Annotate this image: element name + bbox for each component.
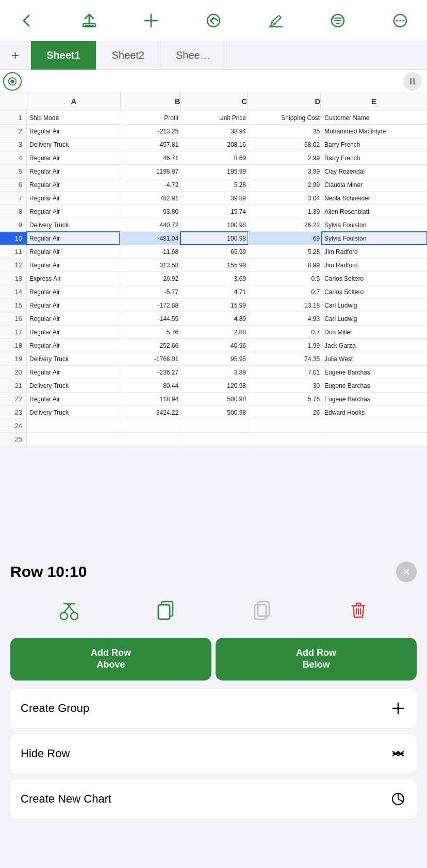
cell-a[interactable]: Regular Air [27,205,120,218]
annotate-button[interactable] [265,9,287,32]
cell-c[interactable]: 15.99 [180,299,248,312]
paste-button[interactable] [247,594,277,625]
cell-b[interactable] [120,419,181,432]
cell-c[interactable]: Unit Price [180,111,248,124]
cell-a[interactable] [27,419,120,432]
table-row[interactable]: 11 Regular Air -11.68 65.99 5.28 Jim Rad… [0,245,427,259]
cell-b[interactable]: 93.80 [120,205,181,218]
cell-c[interactable]: 500.98 [180,393,248,405]
cell-d[interactable]: 8.99 [248,259,322,271]
cell-a[interactable]: Regular Air [27,285,120,298]
table-row[interactable]: 21 Delivery Truck 80.44 120.98 30 Eugene… [0,379,427,393]
delete-button[interactable] [343,594,374,625]
cell-d[interactable] [248,419,322,432]
cell-d[interactable]: 74.35 [248,352,322,365]
cell-b[interactable]: -4.72 [120,178,181,191]
cut-button[interactable] [54,594,85,625]
cell-d[interactable]: 13.18 [248,299,322,312]
cell-c[interactable]: 155.99 [180,259,248,271]
close-panel-button[interactable] [396,561,417,582]
cell-a[interactable]: Express Air [27,272,120,285]
cell-d[interactable] [248,433,322,446]
cell-b[interactable]: 80.44 [120,379,181,392]
create-new-chart-item[interactable]: Create New Chart [10,779,417,819]
cell-e[interactable]: Barry French [322,151,427,164]
share-button[interactable] [78,9,101,32]
cell-d[interactable]: 3.04 [248,192,322,205]
cell-d[interactable]: 2.99 [248,151,322,164]
back-button[interactable] [15,9,38,32]
cell-b[interactable]: 3424.22 [120,406,181,419]
cell-d[interactable]: 0.7 [248,326,322,338]
cell-e[interactable] [322,433,427,446]
hide-row-item[interactable]: Hide Row [10,734,417,773]
cell-d[interactable]: 3.99 [248,165,322,178]
cell-c[interactable]: 500.98 [180,406,248,419]
cell-e[interactable]: Carl Ludwig [322,299,427,312]
cell-a[interactable]: Regular Air [27,178,120,191]
cell-d[interactable]: 69 [248,232,322,245]
cell-b[interactable]: 26.92 [120,272,181,285]
cell-a[interactable]: Regular Air [27,192,120,205]
cell-d[interactable]: 26 [248,406,322,419]
table-row[interactable]: 14 Regular Air -5.77 4.71 0.7 Carlos Sol… [0,285,427,299]
cell-b[interactable]: -481.04 [120,232,181,245]
col-header-d[interactable]: D [247,92,320,111]
cell-a[interactable]: Regular Air [27,259,120,271]
cell-c[interactable]: 3.69 [180,272,248,285]
cell-b[interactable]: 440.72 [120,218,181,231]
table-row[interactable]: 25 [0,433,427,446]
cell-e[interactable]: Barry French [322,138,427,151]
cell-c[interactable]: 100.98 [180,232,248,245]
col-header-b[interactable]: B [120,92,180,111]
cell-e[interactable]: Sylvia Foulston [322,218,427,231]
cell-d[interactable]: 0.5 [248,272,322,285]
cell-b[interactable]: Profit [120,111,181,124]
cell-b[interactable] [120,433,181,446]
table-row[interactable]: 8 Regular Air 93.80 15.74 1.39 Allen Ros… [0,205,427,218]
more-button[interactable] [389,9,412,32]
cell-d[interactable]: 68.02 [248,138,322,151]
sheet-tab-sheet3[interactable]: Shee… [160,41,226,70]
cell-a[interactable]: Delivery Truck [27,352,120,365]
cell-e[interactable]: Allen Rosenblatt [322,205,427,218]
cell-e[interactable]: Jim Radford [322,245,427,258]
cell-a[interactable]: Regular Air [27,151,120,164]
table-row[interactable]: 17 Regular Air 5.76 2.88 0.7 Don Miller [0,326,427,339]
cell-d[interactable]: 4.93 [248,312,322,325]
table-row[interactable]: 9 Delivery Truck 440.72 100.98 26.22 Syl… [0,218,427,232]
table-row[interactable]: 10 Regular Air -481.04 100.98 69 Sylvia … [0,232,427,245]
cell-e[interactable]: Sylvia Foulston [322,232,427,245]
table-row[interactable]: 1 Ship Mode Profit Unit Price Shipping C… [0,111,427,125]
add-row-above-button[interactable]: Add Row Above [10,638,211,680]
cell-c[interactable]: 5.28 [180,178,248,191]
cell-a[interactable]: Regular Air [27,326,120,338]
cell-a[interactable]: Delivery Truck [27,138,120,151]
table-row[interactable]: 15 Regular Air -172.88 15.99 13.18 Carl … [0,299,427,312]
table-row[interactable]: 3 Delivery Truck 457.81 208.16 68.02 Bar… [0,138,427,151]
copy-button[interactable] [150,594,181,625]
cell-c[interactable]: 39.89 [180,192,248,205]
cell-d[interactable]: 5.28 [248,245,322,258]
cell-e[interactable]: Edward Hooks [322,406,427,419]
cell-c[interactable]: 95.95 [180,352,248,365]
cell-d[interactable]: 2.99 [248,178,322,191]
cell-b[interactable]: 46.71 [120,151,181,164]
cell-b[interactable]: 252.66 [120,339,181,352]
cell-a[interactable]: Regular Air [27,232,120,245]
filter-button[interactable] [326,9,349,32]
row-select-button[interactable] [3,72,22,91]
cell-a[interactable]: Delivery Truck [27,218,120,231]
cell-a[interactable]: Ship Mode [27,111,120,124]
cell-e[interactable]: Eugene Barchas [322,366,427,379]
cell-c[interactable]: 3.89 [180,366,248,379]
cell-e[interactable]: Customer Name [322,111,427,124]
cell-a[interactable]: Regular Air [27,245,120,258]
cell-e[interactable] [322,419,427,432]
cell-c[interactable]: 4.89 [180,312,248,325]
undo-button[interactable] [202,9,225,32]
cell-c[interactable]: 38.94 [180,125,248,138]
cell-a[interactable]: Regular Air [27,165,120,178]
cell-c[interactable]: 65.99 [180,245,248,258]
table-row[interactable]: 2 Regular Air -213.25 38.94 35 Muhammed … [0,125,427,138]
